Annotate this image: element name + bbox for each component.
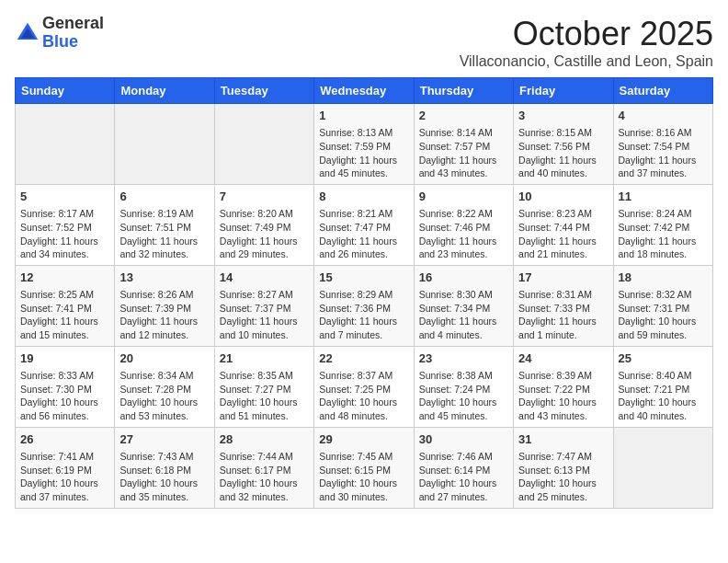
logo-blue-text: Blue (42, 33, 104, 52)
location-title: Villaconancio, Castille and Leon, Spain (460, 53, 713, 70)
day-info: Sunrise: 7:47 AMSunset: 6:13 PMDaylight:… (518, 450, 608, 504)
day-info: Sunrise: 8:23 AMSunset: 7:44 PMDaylight:… (518, 207, 608, 261)
weekday-header-row: SundayMondayTuesdayWednesdayThursdayFrid… (16, 78, 713, 104)
weekday-header-monday: Monday (115, 78, 214, 104)
day-number: 27 (119, 431, 209, 448)
calendar-cell: 23Sunrise: 8:38 AMSunset: 7:24 PMDayligh… (414, 346, 513, 427)
week-row-2: 5Sunrise: 8:17 AMSunset: 7:52 PMDaylight… (16, 184, 713, 265)
day-info: Sunrise: 8:20 AMSunset: 7:49 PMDaylight:… (220, 207, 309, 261)
calendar-cell (214, 104, 313, 185)
day-number: 8 (319, 189, 408, 205)
page-header: General Blue October 2025 Villaconancio,… (15, 15, 713, 70)
week-row-1: 1Sunrise: 8:13 AMSunset: 7:59 PMDaylight… (16, 104, 713, 185)
day-number: 3 (518, 108, 608, 124)
day-number: 17 (518, 270, 608, 286)
day-info: Sunrise: 8:14 AMSunset: 7:57 PMDaylight:… (419, 126, 508, 180)
weekday-header-saturday: Saturday (613, 78, 712, 104)
day-info: Sunrise: 8:39 AMSunset: 7:22 PMDaylight:… (518, 369, 608, 423)
day-info: Sunrise: 8:30 AMSunset: 7:34 PMDaylight:… (419, 288, 508, 342)
day-number: 12 (20, 270, 109, 286)
calendar-cell: 2Sunrise: 8:14 AMSunset: 7:57 PMDaylight… (414, 104, 513, 185)
day-number: 29 (319, 431, 408, 448)
day-number: 2 (419, 108, 508, 124)
calendar-cell: 15Sunrise: 8:29 AMSunset: 7:36 PMDayligh… (314, 265, 414, 346)
calendar-cell: 4Sunrise: 8:16 AMSunset: 7:54 PMDaylight… (613, 104, 712, 185)
calendar-cell: 19Sunrise: 8:33 AMSunset: 7:30 PMDayligh… (16, 346, 115, 427)
calendar-cell: 20Sunrise: 8:34 AMSunset: 7:28 PMDayligh… (115, 346, 214, 427)
week-row-4: 19Sunrise: 8:33 AMSunset: 7:30 PMDayligh… (16, 346, 713, 427)
calendar-cell: 7Sunrise: 8:20 AMSunset: 7:49 PMDaylight… (214, 184, 313, 265)
day-number: 23 (419, 350, 508, 367)
day-info: Sunrise: 8:13 AMSunset: 7:59 PMDaylight:… (319, 126, 408, 180)
day-number: 13 (119, 270, 209, 286)
calendar-cell: 17Sunrise: 8:31 AMSunset: 7:33 PMDayligh… (514, 265, 613, 346)
day-info: Sunrise: 7:43 AMSunset: 6:18 PMDaylight:… (119, 450, 209, 504)
weekday-header-sunday: Sunday (16, 78, 115, 104)
calendar-cell: 6Sunrise: 8:19 AMSunset: 7:51 PMDaylight… (115, 184, 214, 265)
calendar-body: 1Sunrise: 8:13 AMSunset: 7:59 PMDaylight… (16, 104, 713, 509)
calendar-cell: 28Sunrise: 7:44 AMSunset: 6:17 PMDayligh… (214, 427, 313, 508)
day-number: 28 (220, 431, 309, 448)
day-number: 14 (220, 270, 309, 286)
weekday-header-wednesday: Wednesday (314, 78, 414, 104)
day-number: 30 (419, 431, 508, 448)
calendar-cell: 12Sunrise: 8:25 AMSunset: 7:41 PMDayligh… (16, 265, 115, 346)
calendar-cell: 21Sunrise: 8:35 AMSunset: 7:27 PMDayligh… (214, 346, 313, 427)
day-number: 21 (220, 350, 309, 367)
day-info: Sunrise: 8:24 AMSunset: 7:42 PMDaylight:… (619, 207, 708, 261)
day-number: 10 (518, 189, 608, 205)
week-row-3: 12Sunrise: 8:25 AMSunset: 7:41 PMDayligh… (16, 265, 713, 346)
calendar-cell (16, 104, 115, 185)
day-info: Sunrise: 8:15 AMSunset: 7:56 PMDaylight:… (518, 126, 608, 180)
calendar-cell: 1Sunrise: 8:13 AMSunset: 7:59 PMDaylight… (314, 104, 414, 185)
day-number: 11 (619, 189, 708, 205)
calendar-table: SundayMondayTuesdayWednesdayThursdayFrid… (15, 77, 713, 509)
day-number: 7 (220, 189, 309, 205)
day-info: Sunrise: 8:22 AMSunset: 7:46 PMDaylight:… (419, 207, 508, 261)
day-number: 4 (619, 108, 708, 124)
day-info: Sunrise: 7:41 AMSunset: 6:19 PMDaylight:… (20, 450, 109, 504)
day-info: Sunrise: 8:27 AMSunset: 7:37 PMDaylight:… (220, 288, 309, 342)
calendar-cell: 14Sunrise: 8:27 AMSunset: 7:37 PMDayligh… (214, 265, 313, 346)
calendar-cell (613, 427, 712, 508)
calendar-cell: 11Sunrise: 8:24 AMSunset: 7:42 PMDayligh… (613, 184, 712, 265)
week-row-5: 26Sunrise: 7:41 AMSunset: 6:19 PMDayligh… (16, 427, 713, 508)
day-info: Sunrise: 7:44 AMSunset: 6:17 PMDaylight:… (220, 450, 309, 504)
day-info: Sunrise: 8:26 AMSunset: 7:39 PMDaylight:… (119, 288, 209, 342)
day-number: 24 (518, 350, 608, 367)
day-info: Sunrise: 8:34 AMSunset: 7:28 PMDaylight:… (119, 369, 209, 423)
day-info: Sunrise: 8:29 AMSunset: 7:36 PMDaylight:… (319, 288, 408, 342)
day-number: 6 (119, 189, 209, 205)
month-title: October 2025 (460, 15, 713, 53)
day-number: 31 (518, 431, 608, 448)
weekday-header-friday: Friday (514, 78, 613, 104)
day-info: Sunrise: 8:21 AMSunset: 7:47 PMDaylight:… (319, 207, 408, 261)
day-number: 15 (319, 270, 408, 286)
day-number: 9 (419, 189, 508, 205)
calendar-cell: 24Sunrise: 8:39 AMSunset: 7:22 PMDayligh… (514, 346, 613, 427)
calendar-cell: 10Sunrise: 8:23 AMSunset: 7:44 PMDayligh… (514, 184, 613, 265)
day-info: Sunrise: 8:35 AMSunset: 7:27 PMDaylight:… (220, 369, 309, 423)
calendar-cell: 16Sunrise: 8:30 AMSunset: 7:34 PMDayligh… (414, 265, 513, 346)
day-number: 26 (20, 431, 109, 448)
calendar-cell: 18Sunrise: 8:32 AMSunset: 7:31 PMDayligh… (613, 265, 712, 346)
logo-icon (15, 20, 40, 46)
weekday-header-tuesday: Tuesday (214, 78, 313, 104)
calendar-cell: 27Sunrise: 7:43 AMSunset: 6:18 PMDayligh… (115, 427, 214, 508)
day-info: Sunrise: 8:16 AMSunset: 7:54 PMDaylight:… (619, 126, 708, 180)
logo: General Blue (15, 15, 104, 52)
day-number: 16 (419, 270, 508, 286)
calendar-cell: 31Sunrise: 7:47 AMSunset: 6:13 PMDayligh… (514, 427, 613, 508)
calendar-cell: 25Sunrise: 8:40 AMSunset: 7:21 PMDayligh… (613, 346, 712, 427)
day-number: 1 (319, 108, 408, 124)
day-info: Sunrise: 7:45 AMSunset: 6:15 PMDaylight:… (319, 450, 408, 504)
day-number: 19 (20, 350, 109, 367)
day-info: Sunrise: 8:38 AMSunset: 7:24 PMDaylight:… (419, 369, 508, 423)
day-info: Sunrise: 8:19 AMSunset: 7:51 PMDaylight:… (119, 207, 209, 261)
day-info: Sunrise: 8:25 AMSunset: 7:41 PMDaylight:… (20, 288, 109, 342)
day-number: 20 (119, 350, 209, 367)
day-info: Sunrise: 8:31 AMSunset: 7:33 PMDaylight:… (518, 288, 608, 342)
day-info: Sunrise: 8:17 AMSunset: 7:52 PMDaylight:… (20, 207, 109, 261)
calendar-cell: 9Sunrise: 8:22 AMSunset: 7:46 PMDaylight… (414, 184, 513, 265)
day-number: 25 (619, 350, 708, 367)
